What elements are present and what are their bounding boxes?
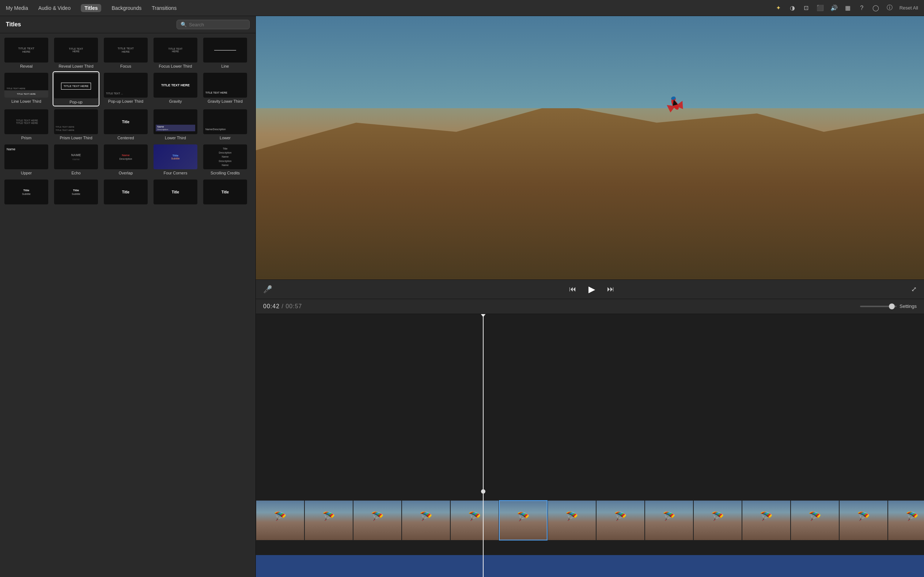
label-centered: Centered — [117, 135, 134, 140]
thumb-ts2: Title Subtitle — [54, 179, 98, 205]
list-item[interactable]: Title — [102, 178, 149, 207]
thumb-prism: TITLE TEXT HERETITLE TEXT HERE — [5, 109, 48, 134]
list-item[interactable]: TITLE TEXT HERETITLE TEXT HERE Prism — [3, 108, 50, 142]
camera-icon[interactable]: ⬛ — [816, 4, 824, 12]
table-row: 🪂 — [353, 500, 402, 540]
label-scrolling: Scrolling Credits — [211, 171, 240, 175]
thumb-gravity-lower: TITLE TEXT HERE — [203, 73, 247, 98]
zoom-slider[interactable] — [860, 306, 897, 307]
playback-controls: ⏮ ▶ ⏭ — [567, 284, 617, 295]
skip-back-button[interactable]: ⏮ — [567, 284, 579, 295]
timeline-body: 🪂 🪂 🪂 🪂 🪂 🪂 🪂 🪂 🪂 🪂 🪂 🪂 🪂 🪂 — [256, 314, 924, 577]
label-four-corners: Four Corners — [164, 171, 188, 175]
thumb-gravity: TITLE TEXT HERE — [154, 73, 198, 98]
list-item[interactable]: NameDescription Lower Third — [152, 108, 199, 142]
thumb-lower-third: NameDescription — [154, 109, 198, 134]
grid-row-2: TITLE TEXT HERETITLE TEXT HERE Prism TIT… — [3, 108, 252, 142]
toolbar-right: ✦ ◑ ⊡ ⬛ 🔊 ▦ ? ◯ ⓘ Reset All — [775, 4, 918, 12]
search-box[interactable]: 🔍 — [177, 20, 250, 29]
list-item[interactable]: Name Upper — [3, 143, 50, 177]
playhead-dot — [481, 489, 485, 494]
thumb-line-lower: TITLE TEXT HERE TITLE TEXT HERE — [5, 73, 48, 98]
table-row: 🪂 — [499, 500, 548, 540]
table-row: 🪂 — [645, 500, 693, 540]
table-row: 🪂 — [596, 500, 645, 540]
timeline-header: 00:42 / 00:57 Settings — [256, 299, 924, 314]
grid-row-1: TITLE TEXT HERE TITLE TEXT HERE Line Low… — [3, 71, 252, 106]
nav-audio-video[interactable]: Audio & Video — [39, 5, 71, 11]
thumb-popup-lower: TITLE TEXT ... — [104, 73, 148, 98]
panel-title: Titles — [6, 21, 21, 28]
playhead-head — [480, 314, 486, 317]
table-row: 🪂 — [839, 500, 888, 540]
list-item[interactable]: TITLE TEXTHERE Focus Lower Third — [152, 36, 199, 70]
label-focus: Focus — [120, 64, 131, 68]
list-item[interactable]: Title — [202, 178, 249, 207]
thumb-scrolling: TitleDescriptionNameDescriptionName — [203, 144, 247, 169]
thumb-line — [203, 38, 247, 63]
thumb-reveal-lower: TITLE TEXTHERE — [54, 38, 98, 63]
label-popup: Pop-up — [69, 100, 82, 104]
list-item[interactable]: Line — [202, 36, 249, 70]
list-item[interactable]: TITLE TEXT HERETITLE TEXT HERE Prism Low… — [53, 108, 100, 142]
thumb-ts3: Title — [104, 179, 148, 205]
user-icon[interactable]: ◯ — [872, 4, 880, 12]
list-item[interactable]: NAME name Echo — [53, 143, 100, 177]
skip-forward-button[interactable]: ⏭ — [605, 284, 617, 295]
list-item[interactable]: TITLE TEXTHERE Reveal — [3, 36, 50, 70]
label-echo: Echo — [71, 171, 80, 175]
video-controls: 🎤 ⏮ ▶ ⏭ ⤢ — [256, 279, 924, 299]
question-icon[interactable]: ? — [858, 4, 866, 12]
nav-titles[interactable]: Titles — [81, 4, 101, 12]
list-item[interactable]: TITLE TEXT ... Pop-up Lower Third — [102, 71, 149, 106]
thumb-overlap: Name Description — [104, 144, 148, 169]
table-row: 🪂 — [304, 500, 353, 540]
list-item[interactable]: Title Subtitle — [53, 178, 100, 207]
chart-icon[interactable]: ▦ — [844, 4, 852, 12]
fullscreen-button[interactable]: ⤢ — [911, 285, 917, 293]
thumb-lower: Name/Description — [203, 109, 247, 134]
thumb-four-corners: Title Subtitle — [154, 144, 198, 169]
nav-backgrounds[interactable]: Backgrounds — [111, 5, 141, 11]
color-icon[interactable]: ◑ — [788, 4, 796, 12]
thumb-ts1: Title Subtitle — [5, 179, 48, 205]
list-item[interactable]: Title Subtitle — [3, 178, 50, 207]
table-row: 🪂 — [791, 500, 839, 540]
list-item[interactable]: TITLE TEXT HERE Gravity Lower Third — [202, 71, 249, 106]
list-item[interactable]: TITLE TEXT HERE TITLE TEXT HERE Line Low… — [3, 71, 50, 106]
thumb-focus: TITLE TEXTHERE — [104, 38, 148, 63]
list-item[interactable]: TITLE TEXT HERE Gravity — [152, 71, 199, 106]
thumb-ts4: Title — [154, 179, 198, 205]
label-reveal: Reveal — [20, 64, 32, 68]
list-item[interactable]: TitleDescriptionNameDescriptionName Scro… — [202, 143, 249, 177]
thumb-popup: TITLE TEXT HERE — [54, 74, 98, 98]
info-icon[interactable]: ⓘ — [885, 4, 893, 12]
table-row: 🪂 — [693, 500, 742, 540]
table-row: 🪂 — [402, 500, 450, 540]
cliff-scene — [256, 16, 924, 279]
crop-icon[interactable]: ⊡ — [802, 4, 810, 12]
list-item[interactable]: Title Centered — [102, 108, 149, 142]
list-item[interactable]: TITLE TEXTHERE Focus — [102, 36, 149, 70]
film-strip: 🪂 🪂 🪂 🪂 🪂 🪂 🪂 🪂 🪂 🪂 🪂 🪂 🪂 🪂 — [256, 500, 924, 540]
search-input[interactable] — [189, 22, 246, 27]
reset-all-button[interactable]: Reset All — [900, 5, 918, 11]
magic-wand-icon[interactable]: ✦ — [775, 4, 783, 12]
play-button[interactable]: ▶ — [586, 284, 598, 295]
list-item[interactable]: TITLE TEXT HERE Pop-up — [53, 71, 100, 106]
settings-button[interactable]: Settings — [900, 303, 917, 309]
thumb-focus-lower: TITLE TEXTHERE — [154, 38, 198, 63]
nav-my-media[interactable]: My Media — [6, 5, 28, 11]
list-item[interactable]: Title Subtitle Four Corners — [152, 143, 199, 177]
list-item[interactable]: TITLE TEXTHERE Reveal Lower Third — [53, 36, 100, 70]
wingsuit-figure — [659, 92, 693, 121]
label-focus-lower: Focus Lower Third — [159, 64, 192, 68]
list-item[interactable]: Name/Description Lower — [202, 108, 249, 142]
list-item[interactable]: Title — [152, 178, 199, 207]
audio-icon[interactable]: 🔊 — [830, 4, 838, 12]
label-reveal-lower: Reveal Lower Third — [58, 64, 93, 68]
list-item[interactable]: Name Description Overlap — [102, 143, 149, 177]
nav-transitions[interactable]: Transitions — [152, 5, 177, 11]
mic-button[interactable]: 🎤 — [263, 285, 272, 293]
label-gravity: Gravity — [169, 99, 182, 103]
